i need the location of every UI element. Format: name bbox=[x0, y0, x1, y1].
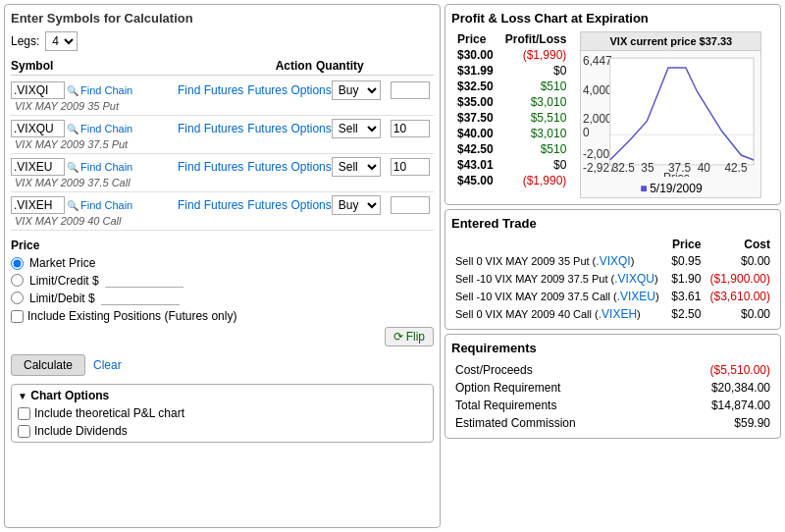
dividends-checkbox[interactable] bbox=[18, 425, 30, 438]
chart-options-title: ▼ Chart Options bbox=[18, 389, 427, 402]
trade-link[interactable]: .VIXQU bbox=[614, 272, 654, 286]
find-chain-link-3[interactable]: Find Chain bbox=[80, 161, 132, 173]
chart-options: ▼ Chart Options Include theoretical P&L … bbox=[11, 384, 434, 443]
trade-link[interactable]: .VIXEH bbox=[599, 307, 637, 321]
find-chain-link-4[interactable]: Find Chain bbox=[80, 199, 132, 211]
symbol-input-2[interactable] bbox=[11, 120, 65, 137]
links-cell-1: Find Futures Futures Options bbox=[178, 83, 332, 97]
leg-desc-4: VIX MAY 2009 40 Call bbox=[11, 215, 434, 227]
trade-table: Price Cost Sell 0 VIX MAY 2009 35 Put (.… bbox=[451, 237, 774, 323]
req-label: Estimated Commission bbox=[451, 414, 662, 432]
dividends-row: Include Dividends bbox=[18, 424, 427, 438]
futures-options-link-1[interactable]: Futures Options bbox=[247, 83, 331, 97]
limit-debit-row: Limit/Debit $ bbox=[11, 291, 434, 305]
req-value: $20,384.00 bbox=[662, 379, 774, 397]
pl-price: $42.50 bbox=[451, 141, 499, 157]
legs-select[interactable]: 4 bbox=[45, 31, 78, 51]
action-select-4[interactable]: BuySell bbox=[332, 195, 381, 215]
limit-debit-input[interactable] bbox=[101, 291, 180, 305]
trade-desc-header bbox=[451, 237, 667, 252]
trade-cost: $0.00 bbox=[705, 252, 774, 270]
trade-link[interactable]: .VIXEU bbox=[617, 290, 655, 303]
trade-link[interactable]: .VIXQI bbox=[596, 254, 630, 268]
action-select-1[interactable]: BuySell bbox=[332, 80, 381, 100]
req-value: ($5,510.00) bbox=[662, 361, 774, 379]
pl-section: Profit & Loss Chart at Expiration Price … bbox=[445, 4, 781, 205]
theoretical-checkbox[interactable] bbox=[18, 407, 30, 420]
market-price-row: Market Price bbox=[11, 256, 434, 270]
include-existing-row: Include Existing Positions (Futures only… bbox=[11, 309, 434, 323]
req-label: Cost/Proceeds bbox=[451, 361, 662, 379]
req-section: Requirements Cost/Proceeds($5,510.00)Opt… bbox=[445, 334, 781, 439]
leg-row-3: 🔍 Find Chain Find Futures Futures Option… bbox=[11, 154, 434, 192]
theoretical-row: Include theoretical P&L chart bbox=[18, 406, 427, 420]
futures-options-link-3[interactable]: Futures Options bbox=[247, 160, 331, 174]
symbol-cell-1: 🔍 Find Chain bbox=[11, 81, 178, 99]
find-chain-link-2[interactable]: Find Chain bbox=[80, 123, 132, 134]
trade-price: $2.50 bbox=[667, 305, 706, 323]
qty-input-1[interactable] bbox=[391, 81, 430, 99]
button-row: Calculate Clear bbox=[11, 354, 434, 376]
pl-price: $40.00 bbox=[451, 126, 499, 141]
limit-credit-input[interactable] bbox=[105, 273, 183, 288]
find-futures-link-3[interactable]: Find Futures bbox=[178, 160, 243, 174]
left-panel: Enter Symbols for Calculation Legs: 4 Sy… bbox=[4, 4, 441, 528]
limit-debit-radio[interactable] bbox=[11, 292, 24, 304]
limit-credit-radio[interactable] bbox=[11, 274, 24, 287]
pl-price: $45.00 bbox=[451, 173, 499, 188]
symbol-cell-3: 🔍 Find Chain bbox=[11, 158, 178, 176]
include-existing-label: Include Existing Positions (Futures only… bbox=[27, 309, 236, 323]
find-futures-link-4[interactable]: Find Futures bbox=[178, 198, 243, 212]
col-quantity: Quantity bbox=[316, 59, 375, 73]
find-chain-link-1[interactable]: Find Chain bbox=[80, 84, 132, 96]
req-value: $59.90 bbox=[662, 414, 774, 432]
trade-price: $1.90 bbox=[667, 270, 706, 288]
trade-cost: ($3,610.00) bbox=[705, 288, 774, 305]
pl-value: $0 bbox=[499, 63, 573, 79]
legs-row: Legs: 4 bbox=[11, 31, 434, 51]
futures-options-link-4[interactable]: Futures Options bbox=[247, 198, 331, 212]
pl-price: $43.01 bbox=[451, 157, 499, 173]
qty-input-3[interactable] bbox=[391, 158, 430, 176]
trade-desc: Sell 0 VIX MAY 2009 40 Call (.VIXEH) bbox=[451, 305, 667, 323]
search-icon-2: 🔍 bbox=[67, 124, 78, 134]
qty-input-4[interactable] bbox=[391, 196, 430, 214]
find-futures-link-2[interactable]: Find Futures bbox=[178, 122, 243, 135]
col-symbol: Symbol bbox=[11, 59, 178, 73]
leg-desc-1: VIX MAY 2009 35 Put bbox=[11, 100, 434, 112]
search-icon-3: 🔍 bbox=[67, 162, 78, 173]
pl-value: $510 bbox=[499, 79, 573, 94]
req-title: Requirements bbox=[451, 341, 774, 355]
theoretical-label: Include theoretical P&L chart bbox=[34, 406, 184, 420]
symbol-input-4[interactable] bbox=[11, 196, 65, 214]
flip-label: Flip bbox=[406, 330, 425, 344]
limit-credit-row: Limit/Credit $ bbox=[11, 273, 434, 288]
svg-text:0: 0 bbox=[583, 126, 590, 139]
symbol-cell-2: 🔍 Find Chain bbox=[11, 120, 178, 137]
pl-col-header: Profit/Loss bbox=[499, 31, 573, 47]
pl-price: $35.00 bbox=[451, 94, 499, 110]
clear-link[interactable]: Clear bbox=[93, 358, 122, 372]
include-existing-checkbox[interactable] bbox=[11, 310, 24, 323]
pl-price: $32.50 bbox=[451, 79, 499, 94]
futures-options-link-2[interactable]: Futures Options bbox=[247, 122, 331, 135]
leg-desc-3: VIX MAY 2009 37.5 Call bbox=[11, 177, 434, 188]
action-select-2[interactable]: BuySell bbox=[332, 119, 381, 138]
market-price-radio[interactable] bbox=[11, 257, 24, 270]
price-col-header: Price bbox=[451, 31, 499, 47]
calculate-button[interactable]: Calculate bbox=[11, 354, 85, 376]
leg-row-4: 🔍 Find Chain Find Futures Futures Option… bbox=[11, 192, 434, 231]
qty-input-2[interactable] bbox=[391, 120, 430, 137]
action-select-3[interactable]: BuySell bbox=[332, 157, 381, 177]
find-futures-link-1[interactable]: Find Futures bbox=[178, 83, 243, 97]
flip-button[interactable]: ⟳ Flip bbox=[385, 327, 434, 346]
svg-text:35: 35 bbox=[642, 161, 655, 175]
search-icon-4: 🔍 bbox=[67, 200, 78, 211]
req-table: Cost/Proceeds($5,510.00)Option Requireme… bbox=[451, 361, 774, 432]
symbol-cell-4: 🔍 Find Chain bbox=[11, 196, 178, 214]
symbol-input-1[interactable] bbox=[11, 81, 65, 99]
pl-table: Price Profit/Loss $30.00($1,990)$31.99$0… bbox=[451, 31, 572, 198]
dividends-label: Include Dividends bbox=[34, 424, 128, 438]
symbol-input-3[interactable] bbox=[11, 158, 65, 176]
leg-row-2: 🔍 Find Chain Find Futures Futures Option… bbox=[11, 116, 434, 154]
